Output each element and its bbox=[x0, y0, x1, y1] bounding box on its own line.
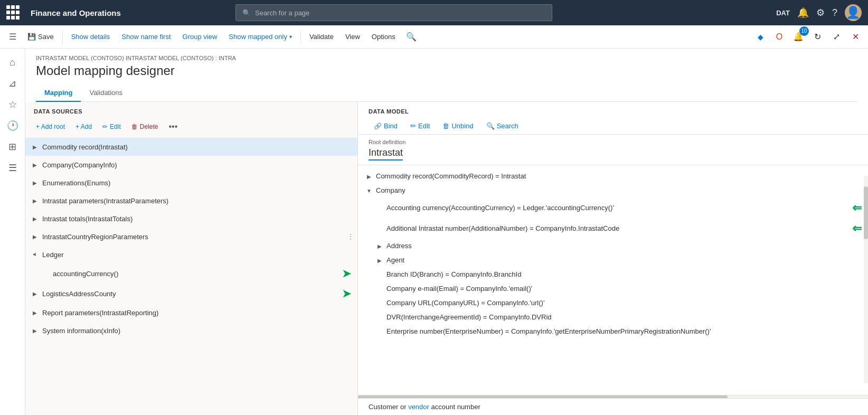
dm-search-button[interactable]: 🔍 Search bbox=[481, 120, 524, 132]
tab-validations[interactable]: Validations bbox=[81, 84, 131, 102]
close-icon[interactable]: ✕ bbox=[847, 29, 864, 45]
left-arrow-icon-2: ➤ bbox=[342, 287, 351, 300]
data-model-toolbar: 🔗 Bind ✏ Edit 🗑 Unbind 🔍 Search bbox=[358, 118, 868, 135]
page-content: INTRASTAT MODEL (CONTOSO) INTRASTAT MODE… bbox=[25, 49, 868, 415]
diamond-icon[interactable]: ◆ bbox=[752, 29, 769, 45]
hamburger-icon[interactable]: ☰ bbox=[4, 29, 21, 45]
expand-icon: ▶ bbox=[375, 242, 384, 251]
dm-footer: Customer or vendor account number bbox=[358, 398, 868, 415]
toolbar-right-icons: ◆ O 🔔 10 ↻ ⤢ ✕ bbox=[752, 29, 864, 45]
notification-badge-icon[interactable]: 🔔 10 bbox=[790, 29, 807, 45]
expand-icon[interactable]: ⤢ bbox=[828, 29, 845, 45]
group-view-button[interactable]: Group view bbox=[177, 30, 223, 44]
page-tabs: Mapping Validations bbox=[36, 84, 857, 102]
data-sources-header: DATA SOURCES bbox=[25, 102, 357, 118]
bind-button[interactable]: 🔗 Bind bbox=[369, 120, 403, 132]
link-icon: 🔗 bbox=[374, 122, 382, 130]
expand-icon: ▶ bbox=[30, 177, 40, 188]
page-title: Model mapping designer bbox=[36, 63, 857, 78]
list-item[interactable]: ▶ System information(xInfo) bbox=[25, 322, 357, 339]
list-item[interactable]: ▶ Company(CompanyInfo) bbox=[25, 156, 357, 174]
show-name-first-button[interactable]: Show name first bbox=[116, 30, 176, 44]
validate-button[interactable]: Validate bbox=[304, 30, 339, 44]
office-icon[interactable]: O bbox=[771, 29, 788, 45]
list-item[interactable]: ▶ Address bbox=[358, 239, 868, 253]
show-mapped-only-button[interactable]: Show mapped only ▾ bbox=[223, 30, 297, 44]
divider-1 bbox=[62, 31, 63, 43]
list-item[interactable]: ▶ Report parameters(IntrastatReporting) bbox=[25, 304, 357, 322]
list-item[interactable]: ▶ accountingCurrency() ➤ bbox=[25, 263, 357, 284]
list-item[interactable]: ▶ LogisticsAddressCounty ➤ bbox=[25, 284, 357, 304]
add-root-button[interactable]: + Add root bbox=[32, 121, 69, 133]
options-button[interactable]: Options bbox=[366, 30, 401, 44]
save-icon: 💾 bbox=[27, 33, 36, 41]
list-item[interactable]: ▶ Commodity record(Intrastat) bbox=[25, 138, 357, 156]
save-button[interactable]: 💾 Save bbox=[22, 30, 59, 44]
refresh-icon[interactable]: ↻ bbox=[809, 29, 826, 45]
list-item[interactable]: ▶ IntrastatCountryRegionParameters ⋮ bbox=[25, 228, 357, 246]
delete-button[interactable]: 🗑 Delete bbox=[127, 121, 163, 133]
pencil-icon: ✏ bbox=[102, 123, 108, 130]
data-sources-toolbar: + Add root + Add ✏ Edit 🗑 Delete ••• bbox=[25, 118, 357, 138]
list-item[interactable]: Company e-mail(Email) = CompanyInfo.'ema… bbox=[358, 282, 868, 296]
avatar-image: 👤 bbox=[846, 6, 860, 20]
list-item[interactable]: ▼ Ledger bbox=[25, 246, 357, 263]
notification-icon[interactable]: 🔔 bbox=[797, 7, 809, 18]
toolbar-search-icon[interactable]: 🔍 bbox=[402, 32, 421, 42]
expand-icon: ▶ bbox=[30, 307, 40, 318]
home-icon[interactable]: ⌂ bbox=[3, 53, 22, 72]
main-toolbar: ☰ 💾 Save Show details Show name first Gr… bbox=[0, 25, 868, 49]
divider-2 bbox=[300, 31, 301, 43]
view-button[interactable]: View bbox=[340, 30, 365, 44]
filter-icon[interactable]: ⊿ bbox=[3, 74, 22, 93]
list-item[interactable]: Enterprise number(EnterpriseNumber) = Co… bbox=[358, 325, 868, 339]
list-item[interactable]: ▶ Intrastat totals(IntrastatTotals) bbox=[25, 210, 357, 228]
app-title: Finance and Operations bbox=[31, 8, 121, 17]
vertical-scrollbar[interactable] bbox=[864, 176, 868, 383]
list-item[interactable]: ▶ Agent bbox=[358, 253, 868, 268]
search-icon: 🔍 bbox=[486, 122, 495, 130]
dm-edit-button[interactable]: ✏ Edit bbox=[405, 120, 435, 132]
trash-icon: 🗑 bbox=[131, 123, 138, 130]
waffle-menu[interactable] bbox=[6, 5, 21, 20]
more-button[interactable]: ••• bbox=[164, 120, 182, 134]
list-item[interactable]: Branch ID(Branch) = CompanyInfo.BranchId bbox=[358, 268, 868, 282]
list-item[interactable]: ▶ Enumerations(Enums) bbox=[25, 174, 357, 192]
list-item[interactable]: Accounting currency(AccountingCurrency) … bbox=[358, 198, 868, 219]
show-details-button[interactable]: Show details bbox=[66, 30, 116, 44]
search-placeholder: Search for a page bbox=[255, 9, 309, 17]
expand-icon: ▶ bbox=[30, 325, 40, 336]
list-icon[interactable]: ☰ bbox=[3, 158, 22, 177]
list-item[interactable]: ▶ Intrastat parameters(IntrastatParamete… bbox=[25, 192, 357, 210]
dropdown-arrow-icon: ▾ bbox=[289, 34, 292, 40]
expand-icon: ▼ bbox=[364, 186, 374, 196]
list-item[interactable]: Company URL(CompanyURL) = CompanyInfo.'u… bbox=[358, 296, 868, 310]
add-button[interactable]: + Add bbox=[71, 121, 96, 133]
unbind-button[interactable]: 🗑 Unbind bbox=[437, 120, 478, 132]
favorites-icon[interactable]: ☆ bbox=[3, 95, 22, 114]
root-def-value: Intrastat bbox=[369, 147, 403, 161]
workspaces-icon[interactable]: ⊞ bbox=[3, 137, 22, 156]
list-item[interactable]: ▼ Company bbox=[358, 184, 868, 198]
expand-icon: ▼ bbox=[30, 249, 40, 260]
list-item[interactable]: ▶ Commodity record(CommodityRecord) = In… bbox=[358, 169, 868, 184]
data-model-header: DATA MODEL bbox=[358, 102, 868, 118]
context-menu-handle[interactable]: ⋮ bbox=[347, 232, 354, 241]
root-def-label: Root definition bbox=[369, 139, 857, 145]
avatar[interactable]: 👤 bbox=[845, 4, 862, 21]
right-arrow-icon: ⇐ bbox=[852, 200, 862, 216]
list-item[interactable]: DVR(InterchangeAgreementId) = CompanyInf… bbox=[358, 310, 868, 325]
edit-button[interactable]: ✏ Edit bbox=[98, 121, 125, 133]
tab-mapping[interactable]: Mapping bbox=[36, 84, 81, 102]
help-icon[interactable]: ? bbox=[832, 7, 837, 18]
expand-icon: ▶ bbox=[364, 172, 374, 182]
recent-icon[interactable]: 🕐 bbox=[3, 116, 22, 135]
expand-icon: ▶ bbox=[30, 213, 40, 224]
global-search[interactable]: 🔍 Search for a page bbox=[235, 4, 552, 21]
list-item[interactable]: Additional Intrastat number(AdditionalNu… bbox=[358, 219, 868, 239]
vendor-link[interactable]: vendor bbox=[408, 403, 429, 411]
data-model-panel: DATA MODEL 🔗 Bind ✏ Edit 🗑 Unbind bbox=[358, 102, 868, 415]
settings-icon[interactable]: ⚙ bbox=[816, 7, 825, 18]
top-nav: Finance and Operations 🔍 Search for a pa… bbox=[0, 0, 868, 25]
search-icon: 🔍 bbox=[242, 9, 251, 17]
